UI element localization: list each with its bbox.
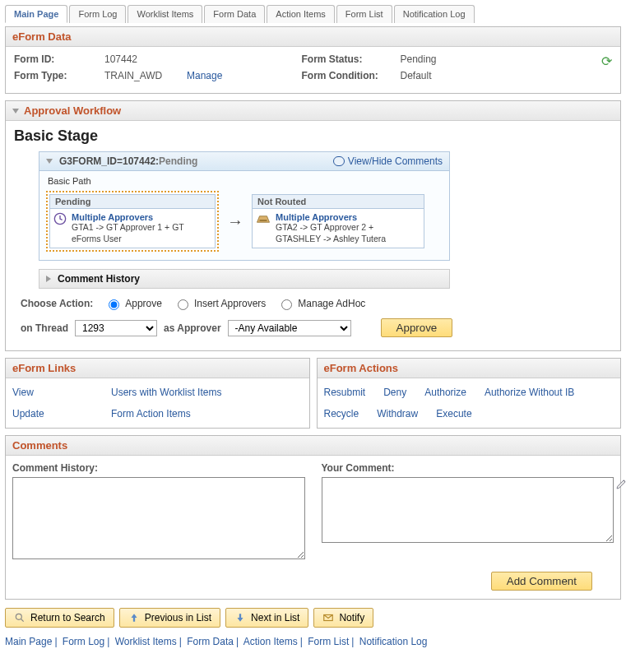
your-comment-textarea[interactable] (322, 477, 614, 543)
workflow-id: G3FORM_ID=107442:Pending (59, 155, 197, 167)
tab-main-page[interactable]: Main Page (5, 5, 67, 23)
top-tabs: Main Page Form Log Worklist Items Form D… (5, 5, 621, 23)
form-id-value: 107442 (104, 53, 302, 65)
eform-data-header: eForm Data (6, 27, 620, 47)
comment-history-label: Comment History (58, 273, 140, 285)
radio-manage-adhoc[interactable]: Manage AdHoc (277, 297, 365, 310)
step-approvers-link[interactable]: Multiple Approvers (72, 212, 211, 222)
tab-form-data[interactable]: Form Data (204, 5, 265, 23)
footer-links: Main Page| Form Log| Worklist Items| For… (5, 636, 621, 647)
footer-link[interactable]: Main Page (5, 636, 52, 647)
workflow-status: Pending (159, 155, 197, 167)
step-head: Pending (50, 195, 215, 209)
panel-title: eForm Data (12, 30, 72, 43)
action-deny[interactable]: Deny (383, 387, 406, 398)
eform-actions-panel: eForm Actions Resubmit Deny Authorize Au… (317, 358, 622, 429)
approval-workflow-panel: Approval Workflow Basic Stage G3FORM_ID=… (5, 100, 621, 351)
view-hide-comments-link[interactable]: View/Hide Comments (333, 155, 443, 167)
inbox-icon (256, 212, 271, 224)
choose-action-label: Choose Action: (21, 298, 93, 309)
link-form-action-items[interactable]: Form Action Items (111, 408, 303, 419)
action-recycle[interactable]: Recycle (324, 408, 359, 419)
arrow-down-icon (234, 612, 246, 623)
clock-icon (53, 212, 67, 225)
workflow-step-not-routed: Not Routed Multiple Approvers GTA2 -> GT… (252, 194, 424, 248)
eform-data-panel: eForm Data Form ID: 107442 Form Type: TR… (5, 26, 621, 94)
workflow-step-pending: Pending Multiple Approvers GTA1 -> GT Ap… (46, 191, 219, 252)
link-users-worklist[interactable]: Users with Worklist Items (111, 387, 303, 398)
panel-title: Approval Workflow (24, 104, 121, 117)
add-comment-button[interactable]: Add Comment (491, 572, 592, 591)
panel-title: Comments (12, 439, 67, 452)
as-approver-label: as Approver (164, 322, 221, 334)
speech-bubble-icon (333, 156, 345, 166)
footer-link[interactable]: Notification Log (359, 636, 428, 647)
previous-in-list-button[interactable]: Previous in List (119, 608, 220, 628)
stage-title: Basic Stage (14, 127, 612, 145)
link-update[interactable]: Update (12, 408, 111, 419)
search-icon (14, 612, 26, 623)
chevron-down-icon[interactable] (46, 159, 53, 164)
footer-link[interactable]: Worklist Items (115, 636, 177, 647)
svg-point-2 (16, 614, 21, 620)
action-withdraw[interactable]: Withdraw (377, 408, 418, 419)
comment-history-label: Comment History: (12, 462, 305, 474)
chevron-right-icon (46, 276, 51, 282)
form-status-value: Pending (401, 53, 590, 65)
on-thread-label: on Thread (21, 322, 68, 334)
link-view[interactable]: View (12, 387, 111, 398)
tab-worklist-items[interactable]: Worklist Items (128, 5, 202, 23)
comment-history-textarea[interactable] (12, 477, 305, 559)
arrow-right-icon: → (227, 212, 243, 231)
next-in-list-button[interactable]: Next in List (225, 608, 308, 628)
tab-form-list[interactable]: Form List (336, 5, 392, 23)
form-status-label: Form Status: (302, 53, 401, 65)
bottom-buttons: Return to Search Previous in List Next i… (5, 608, 621, 628)
radio-approve[interactable]: Approve (104, 297, 162, 310)
footer-link[interactable]: Action Items (243, 636, 298, 647)
notify-button[interactable]: Notify (313, 608, 373, 628)
path-label: Basic Path (48, 176, 449, 186)
eform-links-panel: eForm Links View Users with Worklist Ite… (5, 358, 310, 429)
footer-link[interactable]: Form Log (63, 636, 104, 647)
eform-actions-header: eForm Actions (318, 359, 621, 378)
step-head: Not Routed (253, 195, 424, 209)
thread-select[interactable]: 1293 (75, 320, 157, 336)
footer-link[interactable]: Form List (308, 636, 349, 647)
action-resubmit[interactable]: Resubmit (324, 387, 366, 398)
comments-header: Comments (6, 436, 620, 456)
tab-form-log[interactable]: Form Log (69, 5, 126, 23)
form-type-label: Form Type: (14, 70, 104, 81)
approve-button[interactable]: Approve (381, 318, 453, 337)
approval-workflow-header[interactable]: Approval Workflow (6, 101, 620, 121)
comments-panel: Comments Comment History: Your Comment: … (5, 435, 621, 600)
step-detail: GTA2 -> GT Approver 2 + GTASHLEY -> Ashl… (276, 222, 420, 244)
step-detail: GTA1 -> GT Approver 1 + GT eForms User (72, 222, 211, 244)
step-approvers-link[interactable]: Multiple Approvers (276, 212, 420, 222)
tab-notification-log[interactable]: Notification Log (394, 5, 475, 23)
footer-link[interactable]: Form Data (187, 636, 234, 647)
edit-icon[interactable] (615, 477, 626, 490)
action-authorize[interactable]: Authorize (424, 387, 466, 398)
svg-rect-1 (260, 220, 267, 221)
form-id-label: Form ID: (14, 53, 104, 65)
refresh-icon[interactable]: ⟳ (601, 54, 612, 68)
chevron-down-icon (12, 109, 19, 114)
your-comment-label: Your Comment: (322, 462, 614, 474)
action-authorize-noib[interactable]: Authorize Without IB (485, 387, 574, 398)
workflow-box: G3FORM_ID=107442:Pending View/Hide Comme… (39, 151, 450, 261)
arrow-up-icon (128, 612, 140, 623)
action-execute[interactable]: Execute (436, 408, 471, 419)
eform-links-header: eForm Links (6, 359, 309, 378)
mail-icon (322, 612, 334, 623)
panel-title: eForm Links (12, 362, 76, 374)
approver-select[interactable]: -Any Available (228, 320, 351, 336)
manage-link[interactable]: Manage (187, 70, 222, 81)
form-condition-value: Default (401, 70, 590, 81)
panel-title: eForm Actions (324, 362, 399, 374)
comment-history-bar[interactable]: Comment History (39, 269, 450, 289)
form-condition-label: Form Condition: (302, 70, 401, 81)
radio-insert-approvers[interactable]: Insert Approvers (174, 297, 266, 310)
return-to-search-button[interactable]: Return to Search (5, 608, 114, 628)
tab-action-items[interactable]: Action Items (267, 5, 335, 23)
